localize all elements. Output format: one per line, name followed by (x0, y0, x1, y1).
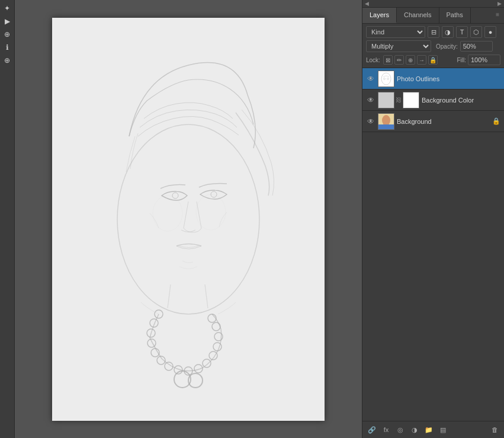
panel-collapse-right[interactable]: ▶ (497, 1, 502, 7)
layer-name-background: Background (397, 118, 490, 125)
delete-layer-icon[interactable]: 🗑 (489, 424, 500, 436)
svg-rect-25 (378, 71, 394, 87)
visibility-icon-photo-outlines[interactable]: 👁 (366, 74, 375, 84)
layer-thumb-group-background-color: ⛓ (378, 92, 419, 108)
svg-rect-31 (378, 124, 394, 129)
lock-paint-icon[interactable]: ✏ (394, 55, 404, 65)
canvas-wrapper (52, 18, 325, 421)
visibility-icon-background-color[interactable]: 👁 (366, 95, 375, 105)
tool-extra[interactable]: ⊕ (1, 55, 13, 66)
svg-rect-1 (52, 18, 325, 421)
tool-marquee[interactable]: ✦ (1, 2, 13, 14)
new-layer-icon[interactable]: ▤ (437, 424, 449, 436)
layer-mask-icon[interactable]: ◎ (394, 424, 406, 436)
visibility-icon-background[interactable]: 👁 (366, 117, 375, 126)
layer-row-background-color[interactable]: 👁 ⛓ Background Color (362, 89, 504, 111)
panel-collapse-arrows: ◀ ▶ (362, 0, 504, 8)
lock-all-icon[interactable]: 🔒 (428, 55, 438, 65)
tool-add[interactable]: ⊕ (1, 28, 13, 40)
layer-style-icon[interactable]: fx (380, 424, 392, 436)
tab-paths[interactable]: Paths (439, 8, 471, 23)
opacity-label: Opacity: (436, 43, 458, 50)
panel-collapse-left[interactable]: ◀ (365, 1, 369, 7)
fill-input[interactable] (468, 55, 500, 65)
svg-point-30 (382, 115, 390, 126)
opacity-input[interactable] (460, 41, 493, 52)
new-group-icon[interactable]: 📁 (423, 424, 435, 436)
link-layers-icon[interactable]: 🔗 (366, 424, 378, 436)
lock-artboard-icon[interactable]: → (417, 55, 426, 65)
lock-position-icon[interactable]: ⊕ (406, 55, 415, 65)
tab-layers[interactable]: Layers (362, 8, 397, 23)
panel-bottom: 🔗 fx ◎ ◑ 📁 ▤ 🗑 (362, 421, 504, 438)
layer-row-photo-outlines[interactable]: 👁 Photo Outlines (362, 68, 504, 89)
canvas-drawing (52, 18, 325, 421)
layer-lock-icon-background: 🔒 (492, 117, 500, 125)
blend-mode-select[interactable]: Multiply Normal Screen Overlay (366, 40, 431, 52)
chain-icon-bg-color: ⛓ (396, 97, 402, 103)
tab-channels[interactable]: Channels (397, 8, 439, 23)
blend-row: Multiply Normal Screen Overlay Opacity: (366, 40, 500, 52)
new-fill-adjustment-icon[interactable]: ◑ (409, 424, 420, 436)
fill-label: Fill: (457, 57, 466, 63)
tool-move[interactable]: ▶ (1, 15, 13, 27)
filter-adjustment-icon[interactable]: ◑ (442, 26, 454, 38)
layer-name-photo-outlines: Photo Outlines (397, 75, 500, 82)
lock-transparency-icon[interactable]: ⊠ (383, 55, 393, 65)
panel-tabs: Layers Channels Paths ≡ (362, 8, 504, 24)
left-toolbar: ✦ ▶ ⊕ ℹ ⊕ (0, 0, 15, 438)
filter-shape-icon[interactable]: ⬡ (470, 26, 482, 38)
layer-name-background-color: Background Color (422, 97, 500, 104)
kind-select[interactable]: Kind (366, 26, 425, 38)
kind-row: Kind ⊟ ◑ T ⬡ ● (366, 26, 500, 38)
filter-smart-icon[interactable]: ● (484, 26, 496, 38)
layer-thumb-photo-outlines (378, 71, 394, 87)
filter-type-icon[interactable]: T (456, 26, 468, 38)
right-panel: ◀ ▶ Layers Channels Paths ≡ Kind ⊟ ◑ T ⬡… (362, 0, 504, 438)
layer-row-background[interactable]: 👁 Background 🔒 (362, 111, 504, 132)
layers-controls: Kind ⊟ ◑ T ⬡ ● Multiply Normal Screen Ov… (362, 24, 504, 68)
tool-info[interactable]: ℹ (1, 41, 13, 53)
canvas-area (15, 0, 362, 438)
filter-pixel-icon[interactable]: ⊟ (428, 26, 439, 38)
lock-row: Lock: ⊠ ✏ ⊕ → 🔒 Fill: (366, 55, 500, 65)
lock-label: Lock: (366, 57, 380, 63)
layers-list: 👁 Photo Outlines 👁 ⛓ Backg (362, 68, 504, 421)
layer-thumb-bg-color-mask (403, 92, 419, 108)
layer-thumb-bg-color-main (378, 92, 394, 108)
panel-menu-icon[interactable]: ≡ (491, 8, 504, 23)
layer-thumb-background (378, 113, 394, 130)
